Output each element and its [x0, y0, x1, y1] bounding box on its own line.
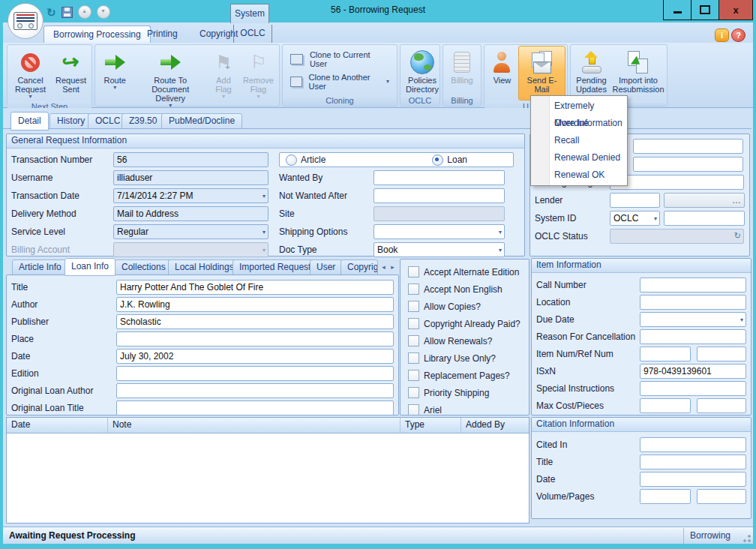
system-id-number-field[interactable] — [664, 211, 745, 226]
call-number-field[interactable] — [640, 278, 746, 292]
menu-item-renewal-ok[interactable]: Renewal OK — [531, 166, 627, 184]
checkbox-priority-shipping[interactable]: Priority Shipping — [402, 386, 527, 400]
due-date-field[interactable]: ▾ — [640, 312, 746, 327]
edition-field[interactable] — [116, 366, 394, 381]
radio-loan[interactable] — [432, 154, 443, 166]
close-button[interactable]: x — [718, 0, 753, 20]
minimize-button[interactable] — [663, 0, 692, 20]
subtab-article-info[interactable]: Article Info — [12, 260, 68, 275]
route-button[interactable]: Route ▾ — [97, 46, 133, 110]
menu-item-renewal-denied[interactable]: Renewal Denied — [531, 149, 627, 166]
delivery-method-field[interactable]: Mail to Address — [113, 206, 268, 221]
column-header-added-by[interactable]: Added By — [461, 418, 529, 433]
import-into-resubmission-button[interactable]: Import into Resubmission — [610, 46, 666, 100]
tab-z3950[interactable]: Z39.50 — [122, 113, 164, 130]
clone-to-another-user-button[interactable]: Clone to Another User ▾ — [284, 70, 395, 93]
menu-item-extremely-overdue[interactable]: Extremely Overdue — [531, 98, 627, 115]
dropdown-caret-icon[interactable]: ▾ — [499, 247, 502, 254]
subtab-collections[interactable]: Collections — [115, 260, 172, 275]
system-id-combo[interactable]: OCLC▾ — [610, 211, 660, 226]
policies-directory-button[interactable]: Policies Directory — [402, 46, 442, 94]
pieces-field[interactable] — [697, 398, 746, 413]
dropdown-caret-icon[interactable]: ▾ — [499, 229, 502, 236]
pages-field[interactable] — [697, 489, 746, 504]
checkbox-allow-renewals[interactable]: Allow Renewals? — [402, 334, 527, 348]
clone-to-current-user-button[interactable]: Clone to Current User — [284, 48, 395, 70]
request-field[interactable] — [633, 157, 743, 172]
request-sent-button[interactable]: ↪ Request Sent — [52, 46, 90, 100]
subtab-scroll-right-icon[interactable]: ▸ — [388, 262, 397, 272]
checkbox-accept-non-english[interactable]: Accept Non English — [402, 282, 527, 296]
checkbox-copyright-already-paid[interactable]: Copyright Already Paid? — [402, 316, 527, 331]
menu-item-recall[interactable]: Recall — [531, 132, 627, 149]
transaction-number-field[interactable]: 56 — [113, 152, 268, 167]
ref-num-field[interactable] — [697, 346, 746, 362]
application-menu-button[interactable] — [8, 3, 44, 39]
expand-ribbon-icon[interactable]: ▾ — [97, 5, 110, 19]
tab-history[interactable]: History — [50, 113, 92, 130]
radio-article[interactable] — [286, 154, 297, 166]
lender-browse-button[interactable]: … — [664, 193, 745, 208]
lending-string-field[interactable] — [610, 175, 744, 190]
cited-in-field[interactable] — [640, 437, 746, 452]
column-header-date[interactable]: Date — [7, 418, 108, 433]
volume-field[interactable] — [640, 489, 691, 504]
menu-item-more-information[interactable]: More Information — [531, 115, 627, 132]
module-indicator[interactable]: Borrowing — [683, 528, 742, 544]
column-header-note[interactable]: Note — [108, 418, 400, 433]
route-to-document-delivery-button[interactable]: Route To Document Delivery ▾ — [133, 46, 208, 110]
subtab-user[interactable]: User — [310, 260, 342, 275]
isxn-field[interactable]: 978-0439139601 — [640, 364, 746, 379]
item-num-field[interactable] — [640, 346, 691, 362]
pending-updates-button[interactable]: Pending Updates ▾ — [572, 46, 610, 100]
date-field[interactable]: July 30, 2002 — [116, 349, 394, 364]
save-icon[interactable] — [62, 7, 73, 18]
max-cost-field[interactable] — [640, 398, 691, 413]
transaction-date-field[interactable]: 7/14/2014 2:27 PM▾ — [113, 188, 268, 203]
lender-field[interactable] — [610, 193, 660, 208]
column-header-type[interactable]: Type — [400, 418, 461, 433]
cancel-request-button[interactable]: Cancel Request ▾ — [9, 46, 52, 100]
view-button[interactable]: View — [486, 46, 518, 100]
dropdown-caret-icon[interactable]: ▾ — [262, 193, 266, 200]
checkbox-library-use-only[interactable]: Library Use Only? — [402, 351, 527, 365]
dropdown-caret-icon[interactable]: ▾ — [262, 229, 266, 236]
tab-pubmed-docline[interactable]: PubMed/Docline — [161, 113, 242, 130]
cited-title-field[interactable] — [640, 454, 746, 470]
ribbon-tab-printing[interactable]: Printing — [138, 26, 187, 43]
username-field[interactable]: illiaduser — [113, 170, 268, 185]
checkbox-replacement-pages[interactable]: Replacement Pages? — [402, 368, 527, 382]
checkbox-accept-alternate-edition[interactable]: Accept Alternate Edition — [402, 265, 527, 279]
ribbon-tab-oclc[interactable]: OCLC — [233, 25, 272, 43]
feedback-icon[interactable]: i — [715, 28, 729, 42]
original-loan-title-field[interactable] — [116, 400, 394, 416]
special-instructions-field[interactable] — [640, 381, 746, 396]
wanted-by-field[interactable] — [374, 170, 505, 185]
request-field[interactable] — [633, 139, 743, 154]
service-level-field[interactable]: Regular▾ — [113, 224, 268, 239]
not-wanted-after-field[interactable] — [374, 188, 505, 203]
shipping-options-field[interactable]: ▾ — [374, 224, 505, 239]
reason-for-cancellation-field[interactable] — [640, 329, 746, 344]
title-field[interactable]: Harry Potter And The Goblet Of Fire — [116, 280, 394, 295]
location-field[interactable] — [640, 295, 746, 310]
help-icon[interactable]: ? — [731, 28, 746, 42]
refresh-icon[interactable]: ↻ — [46, 7, 56, 18]
subtab-local-holdings[interactable]: Local Holdings — [168, 260, 241, 275]
author-field[interactable]: J.K. Rowling — [116, 297, 394, 312]
subtab-scroll-left-icon[interactable]: ◂ — [380, 262, 388, 272]
doc-type-field[interactable]: Book▾ — [374, 242, 505, 257]
publisher-field[interactable]: Scholastic — [116, 314, 394, 329]
subtab-copyright[interactable]: Copyrig — [340, 260, 378, 275]
collapse-ribbon-icon[interactable]: ▴ — [78, 5, 92, 19]
subtab-imported-request[interactable]: Imported Request — [232, 260, 317, 275]
resize-grip[interactable] — [742, 534, 752, 543]
subtab-loan-info[interactable]: Loan Info — [64, 258, 116, 276]
tab-detail[interactable]: Detail — [10, 112, 49, 130]
dropdown-caret-icon[interactable]: ▾ — [654, 215, 657, 222]
ribbon-tab-borrowing-processing[interactable]: Borrowing Processing — [44, 26, 151, 44]
checkbox-ariel[interactable]: Ariel — [402, 403, 527, 417]
send-email-button[interactable]: Send E-Mail ▾ — [518, 46, 566, 100]
dropdown-caret-icon[interactable]: ▾ — [740, 316, 743, 323]
context-tab-system[interactable]: System — [230, 4, 269, 23]
